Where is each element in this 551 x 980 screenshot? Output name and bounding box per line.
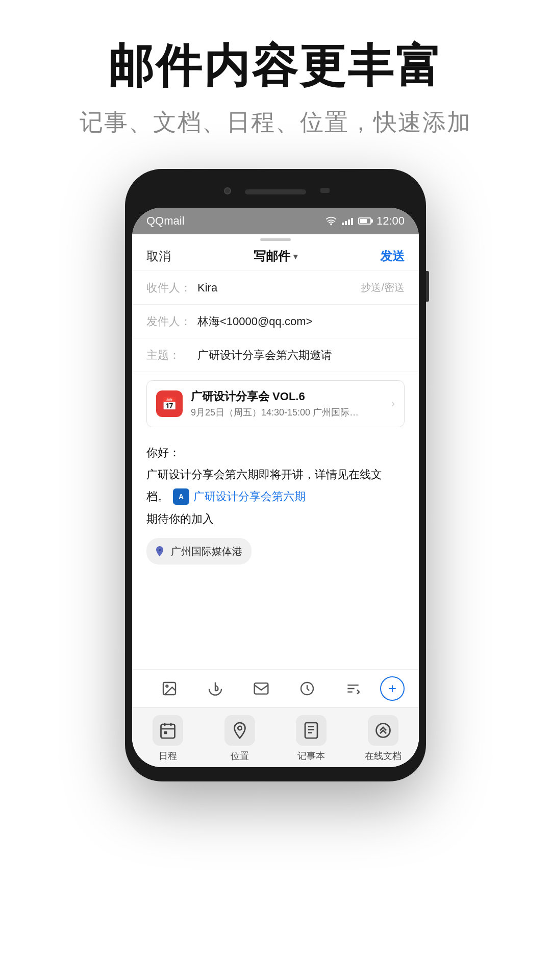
action-location-label: 位置	[231, 750, 249, 762]
chevron-down-icon: ▾	[293, 252, 297, 261]
email-body[interactable]: 你好： 广研设计分享会第六期即将开讲，详情见在线文 档。 A 广研设计分享会第六…	[132, 435, 419, 669]
action-calendar-label: 日程	[159, 750, 177, 762]
action-location-icon-wrap	[224, 715, 255, 746]
status-time: 12:00	[377, 214, 405, 228]
action-online-doc[interactable]: 在线文档	[347, 715, 419, 762]
calendar-title: 广研设计分享会 VOL.6	[191, 389, 383, 404]
image-button[interactable]	[146, 676, 192, 701]
calendar-attachment[interactable]: 📅 广研设计分享会 VOL.6 9月25日（周五）14:30-15:00 广州国…	[146, 380, 405, 427]
phone-outer: QQmail	[125, 169, 426, 781]
calendar-action-icon	[159, 721, 177, 740]
action-notes-label: 记事本	[297, 750, 325, 762]
action-doc-label: 在线文档	[365, 750, 402, 762]
location-chip[interactable]: 广州国际媒体港	[146, 538, 252, 565]
email-doc-line: 档。 A 广研设计分享会第六期	[146, 487, 405, 505]
text-format-button[interactable]	[330, 676, 376, 701]
email-compose-screen: 取消 写邮件 ▾ 发送 收件人： Kira 抄送/密送 发件人： 林海<10	[132, 234, 419, 767]
send-button[interactable]: 发送	[380, 248, 405, 264]
status-icons: 12:00	[325, 214, 405, 228]
svg-point-0	[159, 548, 161, 551]
subject-label: 主题：	[146, 348, 197, 363]
action-doc-icon-wrap	[368, 715, 398, 746]
cc-bcc-button[interactable]: 抄送/密送	[361, 281, 405, 295]
phone-camera	[224, 187, 231, 194]
phone-notch	[132, 176, 419, 207]
location-action-icon	[231, 721, 249, 740]
online-doc-action-icon	[374, 721, 392, 740]
calendar-info: 广研设计分享会 VOL.6 9月25日（周五）14:30-15:00 广州国际…	[191, 389, 383, 419]
calendar-detail: 9月25日（周五）14:30-15:00 广州国际…	[191, 406, 383, 419]
bottom-icon-bar: +	[132, 669, 419, 707]
battery-icon	[358, 217, 371, 225]
attachment-button[interactable]	[192, 676, 238, 701]
location-pin-icon	[153, 544, 167, 558]
email-body-line1: 广研设计分享会第六期即将开讲，详情见在线文	[146, 465, 405, 483]
phone-screen: QQmail	[132, 208, 419, 767]
phone-sensor	[320, 188, 330, 193]
to-value[interactable]: Kira	[197, 281, 361, 295]
phone-speaker	[245, 189, 306, 194]
calendar-chevron-icon: ›	[391, 397, 395, 410]
from-value: 林海<10000@qq.com>	[197, 314, 405, 329]
bottom-action-bar: 日程 位置	[132, 707, 419, 767]
mail-button[interactable]	[238, 676, 284, 701]
action-calendar-icon-wrap	[153, 715, 183, 746]
action-notes-icon-wrap	[296, 715, 327, 746]
action-notes[interactable]: 记事本	[276, 715, 347, 762]
svg-point-2	[166, 685, 168, 687]
action-location[interactable]: 位置	[204, 715, 276, 762]
status-app-name: QQmail	[146, 214, 185, 228]
clock-button[interactable]	[284, 676, 330, 701]
svg-rect-3	[255, 683, 268, 694]
svg-rect-7	[305, 723, 317, 738]
swipe-handle	[260, 238, 291, 241]
email-closing: 期待你的加入	[146, 510, 405, 528]
subject-field[interactable]: 主题： 广研设计分享会第六期邀请	[132, 338, 419, 372]
status-bar: QQmail	[132, 208, 419, 234]
notes-action-icon	[302, 721, 320, 740]
compose-toolbar: 取消 写邮件 ▾ 发送	[132, 243, 419, 271]
from-label: 发件人：	[146, 314, 197, 329]
wifi-icon	[325, 216, 337, 226]
svg-rect-5	[161, 724, 175, 738]
phone-mockup: QQmail	[0, 159, 551, 781]
subject-value[interactable]: 广研设计分享会第六期邀请	[197, 348, 405, 363]
email-greeting: 你好：	[146, 444, 405, 461]
hero-title: 邮件内容更丰富	[31, 41, 520, 91]
phone-side-button	[426, 271, 429, 302]
from-field: 发件人： 林海<10000@qq.com>	[132, 305, 419, 338]
add-button[interactable]: +	[380, 676, 405, 701]
to-field[interactable]: 收件人： Kira 抄送/密送	[132, 271, 419, 305]
cancel-button[interactable]: 取消	[146, 248, 171, 264]
calendar-icon: 📅	[156, 390, 183, 417]
svg-point-6	[238, 726, 242, 730]
hero-section: 邮件内容更丰富 记事、文档、日程、位置，快速添加	[0, 0, 551, 159]
doc-link[interactable]: 广研设计分享会第六期	[193, 487, 306, 505]
doc-icon: A	[173, 488, 189, 505]
action-calendar[interactable]: 日程	[132, 715, 204, 762]
signal-icon	[342, 217, 353, 225]
location-label: 广州国际媒体港	[171, 543, 242, 559]
hero-subtitle: 记事、文档、日程、位置，快速添加	[31, 107, 520, 138]
to-label: 收件人：	[146, 280, 197, 296]
compose-title: 写邮件 ▾	[254, 248, 297, 264]
